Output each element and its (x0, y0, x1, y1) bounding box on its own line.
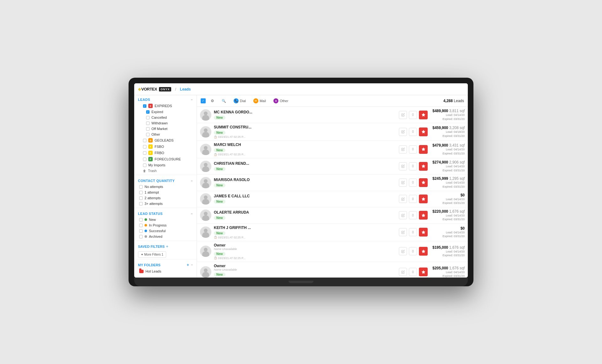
star-btn[interactable] (419, 111, 428, 119)
expired-checkbox[interactable] (146, 110, 150, 114)
table-row[interactable]: Owner Name Unavailable New 📋 03/23/21 AT… (197, 262, 468, 278)
table-row[interactable]: CHRISTIAN REND... New 0 (197, 158, 468, 174)
star-btn[interactable] (419, 247, 428, 256)
add-folder-btn[interactable]: + (187, 263, 189, 267)
lead-status-label: LEAD STATUS (138, 212, 163, 216)
star-btn[interactable] (419, 268, 428, 276)
frbo-checkbox[interactable] (143, 151, 146, 155)
1-attempt-checkbox[interactable] (139, 191, 143, 194)
2-attempts-checkbox[interactable] (139, 196, 143, 200)
fsbo-checkbox[interactable] (143, 145, 146, 148)
sidebar-expireds[interactable]: E EXPIREDS (134, 103, 197, 109)
dial-btn[interactable]: 📞 Dial (231, 97, 248, 105)
count-btn[interactable]: 0 (409, 195, 417, 203)
table-row[interactable]: MIARISOA RASOLO New 0 (197, 174, 468, 191)
sidebar-trash[interactable]: 🗑 Trash (134, 168, 197, 174)
count-btn[interactable]: 0 (409, 268, 417, 276)
folders-collapse-btn[interactable]: − (191, 263, 193, 267)
withdrawn-checkbox[interactable] (146, 122, 150, 125)
price-amount: $479,900 3,431 sqf (430, 143, 465, 148)
leads-count: 4,288 Leads (443, 99, 464, 103)
sidebar-cancelled[interactable]: Cancelled (134, 115, 197, 120)
count-btn[interactable]: 0 (409, 211, 417, 219)
sidebar-frbo[interactable]: F FRBO (134, 150, 197, 156)
star-btn[interactable] (419, 127, 428, 136)
contact-qty-collapse[interactable]: − (191, 179, 193, 183)
edit-btn[interactable] (399, 162, 407, 170)
sidebar-withdrawn[interactable]: Withdrawn (134, 120, 197, 126)
edit-btn[interactable] (399, 128, 407, 136)
sidebar-no-attempts[interactable]: No attempts (134, 184, 197, 190)
search-btn[interactable]: 🔍 (219, 98, 229, 104)
status-successful-checkbox[interactable] (139, 229, 143, 233)
table-row[interactable]: MC KENNA GORDO... New 0 (197, 107, 468, 123)
table-row[interactable]: JAMES E CALL LLC New 0 (197, 191, 468, 207)
count-btn[interactable]: 0 (409, 162, 417, 170)
status-archived-checkbox[interactable] (139, 235, 143, 238)
table-row[interactable]: KEITH J GRIFFITH ... New 📋 03/23/21 AT 0… (197, 224, 468, 241)
sidebar-1-attempt[interactable]: 1 attempt (134, 190, 197, 195)
sidebar-off-market[interactable]: Off Market (134, 126, 197, 132)
sidebar-foreclosure[interactable]: F FORECLOSURE (134, 156, 197, 162)
sidebar-2-attempts[interactable]: 2 attempts (134, 195, 197, 201)
table-row[interactable]: Owner Name Unavailable New 📋 03/23/21 AT… (197, 241, 468, 262)
folder-icon (139, 270, 144, 273)
edit-btn[interactable] (399, 111, 407, 119)
lead-name: KEITH J GRIFFITH ... (214, 226, 396, 230)
table-row[interactable]: SUMMIT CONSTRU... New 📋 03/23/21 AT 02:2… (197, 123, 468, 141)
check-all-button[interactable]: ✓ (201, 98, 206, 103)
other-expired-checkbox[interactable] (146, 133, 150, 136)
status-new-checkbox[interactable] (139, 218, 143, 221)
expireds-checkbox[interactable] (143, 104, 146, 108)
mail-btn[interactable]: ✉ Mail (251, 97, 268, 105)
count-btn[interactable]: 0 (409, 111, 417, 119)
star-btn[interactable] (419, 211, 428, 220)
sidebar-status-new[interactable]: New (134, 217, 197, 222)
star-btn[interactable] (419, 178, 428, 187)
sidebar-expired[interactable]: Expired (134, 109, 197, 115)
count-btn[interactable]: 0 (409, 247, 417, 255)
hot-leads-folder[interactable]: Hot Leads (134, 268, 197, 274)
edit-btn[interactable] (399, 195, 407, 203)
sidebar-status-in-progress[interactable]: In Progress (134, 222, 197, 228)
lead-status-collapse[interactable]: − (191, 212, 193, 216)
other-btn[interactable]: ● Other (271, 97, 291, 105)
edit-btn[interactable] (399, 228, 407, 236)
edit-btn[interactable] (399, 247, 407, 255)
leads-collapse-btn[interactable]: − (191, 98, 193, 101)
star-btn[interactable] (419, 162, 428, 171)
no-attempts-checkbox[interactable] (139, 185, 143, 189)
sidebar-3plus-attempts[interactable]: 3+ attempts (134, 201, 197, 206)
sidebar-fsbo[interactable]: F FSBO (134, 143, 197, 150)
3plus-attempts-checkbox[interactable] (139, 202, 143, 205)
filter-btn[interactable]: ⚙ (208, 97, 217, 104)
no-attempts-label: No attempts (145, 185, 163, 189)
sidebar-status-successful[interactable]: Successful (134, 228, 197, 234)
sidebar-my-imports[interactable]: My Imports (134, 162, 197, 168)
star-btn[interactable] (419, 228, 428, 237)
sidebar-status-archived[interactable]: Archived (134, 234, 197, 239)
table-row[interactable]: MARCI WELCH New 📋 03/23/21 AT 02:25 P...… (197, 141, 468, 158)
my-imports-checkbox[interactable] (143, 164, 146, 167)
star-btn[interactable] (419, 145, 428, 154)
count-btn[interactable]: 0 (409, 228, 417, 236)
sidebar-geoleads[interactable]: G GEOLEADS (134, 137, 197, 143)
sidebar-other-expired[interactable]: Other (134, 132, 197, 137)
trash-icon: 🗑 (143, 169, 146, 173)
edit-btn[interactable] (399, 179, 407, 187)
table-row[interactable]: OLAERTE ARRUDA New 0 (197, 207, 468, 224)
count-btn[interactable]: 0 (409, 128, 417, 136)
cancelled-checkbox[interactable] (146, 116, 150, 119)
edit-btn[interactable] (399, 268, 407, 276)
geoleads-checkbox[interactable] (143, 139, 146, 142)
count-btn[interactable]: 0 (409, 179, 417, 187)
off-market-checkbox[interactable] (146, 127, 150, 131)
foreclosure-checkbox[interactable] (143, 158, 146, 161)
count-btn[interactable]: 0 (409, 145, 417, 153)
add-saved-filter-btn[interactable]: + (166, 244, 168, 249)
edit-btn[interactable] (399, 211, 407, 219)
more-filters-button[interactable]: ✦ More Filters 1 (138, 251, 166, 258)
status-in-progress-checkbox[interactable] (139, 224, 143, 227)
edit-btn[interactable] (399, 145, 407, 153)
star-btn[interactable] (419, 195, 428, 203)
